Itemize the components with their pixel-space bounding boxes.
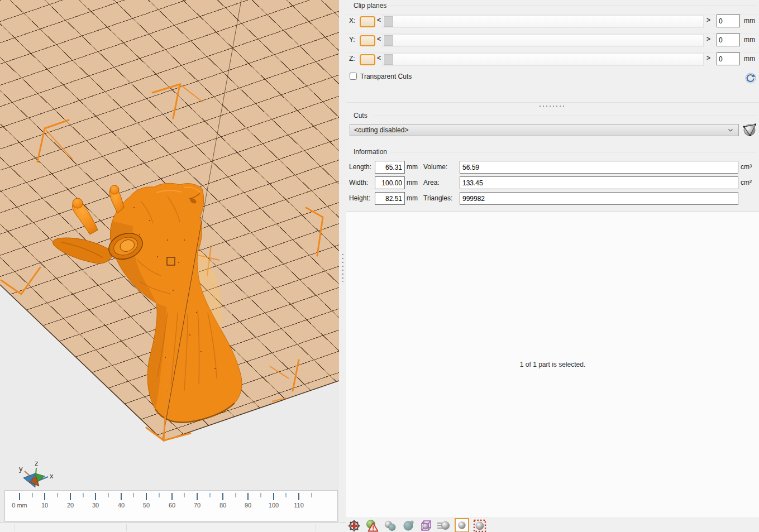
- sphere-selection-button[interactable]: [472, 519, 486, 532]
- clip-y-increase-button[interactable]: >: [707, 35, 710, 43]
- clip-z-decrease-button[interactable]: <: [377, 54, 381, 62]
- area-input[interactable]: [460, 176, 738, 189]
- height-label: Height:: [349, 194, 370, 202]
- ruler-minor-tick: [32, 493, 33, 497]
- transparent-cuts-checkbox[interactable]: [350, 73, 357, 80]
- cuts-dropdown[interactable]: <cutting disabled>: [350, 124, 739, 136]
- cube-sphere-icon: [419, 519, 433, 532]
- clip-y-color-swatch[interactable]: [360, 35, 375, 46]
- sphere-rotate-icon: [402, 519, 415, 532]
- ruler-label: 20: [58, 502, 83, 509]
- spheres-pair-button[interactable]: [383, 519, 397, 532]
- status-bar-separator: [316, 524, 316, 531]
- info-row-length-volume: Length: mm Volume: cm³: [346, 161, 759, 174]
- transparent-cuts-label: Transparent Cuts: [360, 73, 412, 80]
- repair-icon: [348, 519, 361, 532]
- height-input[interactable]: [375, 192, 405, 205]
- clip-z-value-input[interactable]: [717, 52, 740, 65]
- axis-y-label: y: [19, 464, 23, 473]
- cube-sphere-button[interactable]: [419, 519, 433, 532]
- ruler-tick: [298, 493, 299, 500]
- ruler-minor-tick: [285, 493, 287, 497]
- horizontal-splitter-grip[interactable]: [540, 106, 566, 107]
- sphere-motion-icon: [437, 519, 451, 532]
- parts-toolbar: [346, 517, 759, 532]
- triangles-label: Triangles:: [423, 194, 452, 202]
- giraffe-model[interactable]: [53, 183, 242, 422]
- sphere-motion-button[interactable]: [437, 519, 451, 532]
- spheres-pair-icon: [384, 519, 397, 532]
- group-frame: [386, 6, 757, 6]
- ruler-label: 100: [261, 502, 286, 509]
- ruler-label: 80: [211, 502, 235, 509]
- length-input[interactable]: [375, 161, 405, 174]
- ruler-minor-tick: [57, 493, 58, 497]
- ruler-label: 40: [109, 502, 133, 509]
- clip-z-slider[interactable]: [382, 53, 704, 66]
- ruler-tick: [121, 493, 122, 500]
- clip-y-unit: mm: [744, 36, 755, 44]
- ruler-label: 30: [83, 502, 108, 509]
- ruler-label: 10: [32, 502, 57, 509]
- clip-x-slider-thumb[interactable]: [384, 16, 393, 27]
- ruler-tick: [44, 493, 45, 500]
- side-panel: Clip planes X: < > mm Y: < > mm Z: < > m…: [346, 0, 759, 532]
- clip-y-decrease-button[interactable]: <: [377, 35, 381, 43]
- sphere-shaded-button[interactable]: [455, 518, 469, 532]
- volume-label: Volume:: [423, 163, 447, 171]
- ruler-minor-tick: [235, 493, 236, 497]
- clip-y-value-input[interactable]: [717, 33, 740, 46]
- clip-y-slider[interactable]: [382, 34, 704, 47]
- clip-x-color-swatch[interactable]: [360, 16, 375, 27]
- ruler-label: 50: [134, 502, 159, 509]
- 3d-viewport[interactable]: y z x 0 mm 10 20 30 40 50 60 7: [0, 0, 340, 523]
- clip-z-slider-thumb[interactable]: [384, 54, 393, 65]
- ruler-minor-tick: [311, 493, 312, 497]
- vertical-splitter[interactable]: [339, 0, 346, 523]
- clip-z-label: Z:: [349, 55, 355, 63]
- ruler-label: 0 mm: [7, 502, 32, 509]
- chevron-down-icon: [728, 129, 733, 132]
- ruler-tick: [197, 493, 198, 500]
- clip-x-label: X:: [349, 17, 355, 25]
- part-warning-button[interactable]: [365, 519, 379, 532]
- ruler-tick: [171, 493, 173, 500]
- clip-x-decrease-button[interactable]: <: [377, 16, 381, 24]
- clip-x-slider[interactable]: [382, 15, 704, 28]
- ruler-tick: [146, 493, 147, 500]
- clip-x-value-input[interactable]: [717, 15, 740, 27]
- scene-overlay: [0, 0, 339, 523]
- width-input[interactable]: [375, 176, 405, 189]
- width-unit: mm: [407, 179, 418, 186]
- ruler-minor-tick: [184, 493, 185, 497]
- clip-z-increase-button[interactable]: >: [707, 54, 710, 62]
- length-label: Length:: [349, 163, 371, 171]
- clip-x-increase-button[interactable]: >: [707, 16, 710, 24]
- ruler-tick: [247, 493, 249, 500]
- model-ear: [53, 238, 112, 263]
- volume-input[interactable]: [460, 161, 738, 174]
- info-row-height-triangles: Height: mm Triangles:: [346, 192, 759, 205]
- repair-part-button[interactable]: [347, 519, 361, 532]
- parts-list-panel[interactable]: 1 of 1 part is selected.: [346, 211, 759, 518]
- reset-clip-planes-button[interactable]: [745, 73, 756, 84]
- group-frame: [373, 116, 757, 116]
- ruler-minor-tick: [159, 493, 160, 497]
- clip-z-color-swatch[interactable]: [360, 54, 375, 65]
- new-cut-button[interactable]: [742, 122, 757, 137]
- length-unit: mm: [407, 163, 418, 171]
- ruler-label: 70: [185, 502, 209, 509]
- ruler-minor-tick: [108, 493, 109, 497]
- clip-y-slider-thumb[interactable]: [384, 35, 393, 46]
- model-silhouette[interactable]: [110, 183, 242, 422]
- ruler-minor-tick: [260, 493, 261, 497]
- ossicone-knob-left: [73, 198, 83, 208]
- ruler-tick: [273, 493, 274, 500]
- volume-unit: cm³: [741, 163, 752, 171]
- area-label: Area:: [423, 179, 440, 186]
- sphere-rotate-button[interactable]: [401, 519, 415, 532]
- cuts-dropdown-value: <cutting disabled>: [354, 126, 408, 134]
- clip-y-label: Y:: [349, 36, 355, 44]
- clip-planes-title: Clip planes: [352, 2, 388, 9]
- triangles-input[interactable]: [460, 192, 738, 205]
